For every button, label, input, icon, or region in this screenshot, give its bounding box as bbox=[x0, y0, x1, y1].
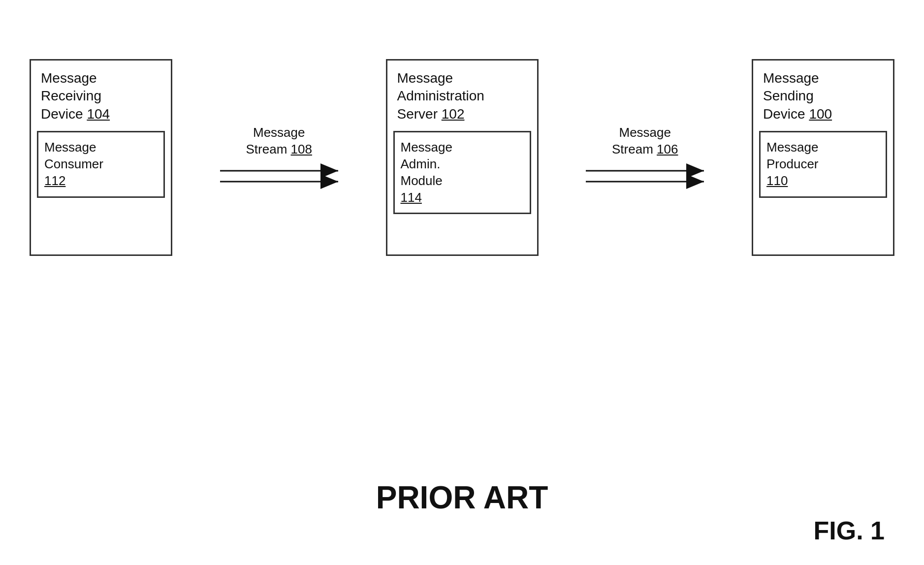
left-device-ref: 104 bbox=[87, 106, 110, 122]
right-device-title: MessageSendingDevice 100 bbox=[759, 66, 887, 126]
right-arrow-label: MessageStream 106 bbox=[612, 125, 678, 158]
right-device-ref: 100 bbox=[809, 106, 832, 122]
left-arrow-section: MessageStream 108 bbox=[210, 125, 348, 190]
center-device-box: MessageAdministrationServer 102 MessageA… bbox=[386, 59, 539, 256]
fig-label: FIG. 1 bbox=[814, 516, 885, 545]
right-inner-box: MessageProducer110 bbox=[759, 131, 887, 197]
left-arrow-label: MessageStream 108 bbox=[246, 125, 312, 158]
left-device-box: MessageReceivingDevice 104 MessageConsum… bbox=[30, 59, 172, 256]
right-inner-ref: 110 bbox=[766, 173, 880, 189]
left-arrow-svg bbox=[210, 161, 348, 190]
right-arrow-svg bbox=[576, 161, 714, 190]
left-device-title: MessageReceivingDevice 104 bbox=[37, 66, 165, 126]
center-inner-box: MessageAdmin.Module 114 bbox=[393, 131, 531, 214]
center-inner-ref: 114 bbox=[401, 189, 524, 206]
center-device-ref: 102 bbox=[442, 106, 465, 122]
left-arrow-ref: 108 bbox=[291, 142, 312, 157]
right-arrow-ref: 106 bbox=[657, 142, 678, 157]
left-inner-ref: 112 bbox=[44, 173, 158, 189]
center-device-title: MessageAdministrationServer 102 bbox=[393, 66, 531, 126]
prior-art-label: PRIOR ART bbox=[376, 479, 548, 516]
right-device-box: MessageSendingDevice 100 MessageProducer… bbox=[752, 59, 894, 256]
right-arrow-section: MessageStream 106 bbox=[576, 125, 714, 190]
diagram-area: MessageReceivingDevice 104 MessageConsum… bbox=[30, 30, 894, 285]
left-inner-box: MessageConsumer112 bbox=[37, 131, 165, 197]
